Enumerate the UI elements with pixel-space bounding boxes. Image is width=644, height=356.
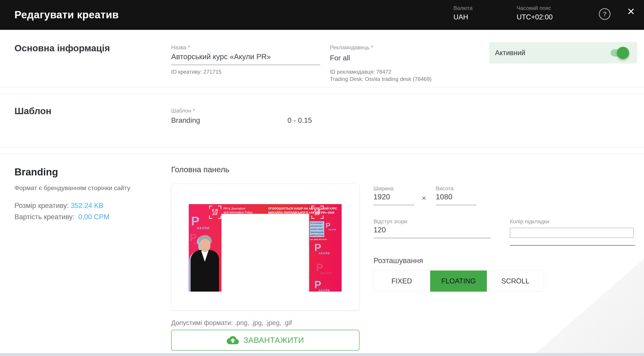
background-watermark [536,259,644,353]
creative-cost-value: 0,00 CPM [78,213,110,221]
toggle-thumb [617,47,629,59]
pr-akuly-logo: PPR АКУЛИ [326,222,339,231]
section-title-basic-info: Основна інформація [14,43,110,54]
active-status-panel: Активний [489,42,637,64]
creative-white-cutout [222,214,309,292]
creative-phone: тел. (097) 002 16 09 [310,238,326,240]
divider [0,154,644,154]
pr-akuly-logo: PPR АКУЛИ [191,215,216,230]
dimension-separator: × [422,194,426,202]
position-segmented-control: FIXED FLOATING SCROLL [373,270,544,292]
creative-size-value: 352.24 KB [71,202,104,210]
creative-cost-row: Вартість креативу: 0,00 CPM [14,213,110,221]
advertiser-label: Рекламодавець * [330,44,373,51]
position-label: Розташування [374,256,423,265]
creative-info-box: PR ТА РЕКЛАМА ЖУРНАЛІСТИКА ІНТЕРНЕТ МАРК… [310,221,324,237]
bg-color-input[interactable] [510,228,634,238]
currency-label: Валюта [454,5,472,11]
timezone-label: Часовий пояс [517,5,551,11]
height-input[interactable] [436,193,476,205]
section-title-branding: Branding [14,166,58,178]
info-item: PR ТА РЕКЛАМА [310,222,324,224]
branding-description: Формат є брендуванням сторінки сайту [14,184,130,192]
position-option-floating[interactable]: FLOATING [430,270,487,292]
currency-value[interactable]: UAH [454,13,468,21]
bg-color-label: Колір підкладки [510,218,550,225]
pr-akuly-logo-ghost: PPR АКУЛИ [316,263,336,275]
creative-brand-line1: PR & Journalism [224,207,253,211]
pr-akuly-logo: PPR АКУЛИ [314,243,334,255]
advertiser-id-text: ID рекламодавця: 78472 Trading Desk: Osv… [330,68,510,83]
frjif-logo: F,RJiF [312,206,324,219]
creative-headline-line2: МИХАЙЛА ПОПЛАВСЬКОГО «АКУЛИ PR»-2026 [268,211,337,215]
active-label: Активний [495,49,525,57]
active-toggle[interactable] [610,49,627,57]
cloud-upload-icon [227,334,239,346]
pr-akuly-logo: PPR АКУЛИ [314,280,334,292]
info-item: SMM МЕНЕДЖМЕНТ [310,231,324,233]
timezone-value[interactable]: UTC+02:00 [517,13,552,21]
position-option-fixed[interactable]: FIXED [373,270,430,292]
creative-preview-image[interactable]: PR & Journalism and Information Policy О… [189,204,342,292]
main-panel-title: Головна панель [171,165,229,174]
creative-brand-text: PR & Journalism and Information Policy [224,207,253,214]
section-title-template: Шаблон [14,106,52,116]
creative-headline: ОГОЛОШУЄТЬСЯ НАБІР НА АВТОРСЬКИЙ КУРС МИ… [268,207,337,215]
trading-desk-line: Trading Desk: Osvita trading desk (78469… [330,76,510,83]
creative-size-label: Розмір креативу: [14,202,69,210]
info-item: ДІДЖИТАЛ ПРОДАКШН [310,234,324,236]
help-icon[interactable]: ? [599,8,610,20]
info-item: ІНТЕРНЕТ МАРКЕТИНГ [310,228,324,230]
upload-button[interactable]: ЗАВАНТАЖИТИ [171,330,360,350]
creative-size-row: Розмір креативу: 352.24 KB [14,202,104,210]
info-item: ЖУРНАЛІСТИКА [310,225,324,227]
man-photo [189,235,220,292]
creative-cost-label: Вартість креативу: [14,213,74,221]
width-input[interactable] [374,193,414,205]
name-input[interactable] [171,53,320,65]
creative-id-text: ID креативу: 271715 [171,68,222,76]
allowed-formats-note: Допустимі формати: .png, .jpg, .jpeg, .g… [171,319,292,327]
creative-brand-line2: and Information Policy [224,211,253,214]
bottom-strip [0,353,644,356]
divider [0,147,644,148]
height-label: Висота [436,185,454,192]
edit-creative-modal: Редагувати креатив Валюта UAH Часовий по… [0,0,644,356]
bg-color-underline [510,245,635,246]
template-range: 0 - 0.15 [288,116,312,125]
width-label: Ширина [374,185,394,192]
name-label: Назва * [171,44,190,51]
advertiser-id-line: ID рекламодавця: 78472 [330,68,510,76]
position-option-scroll[interactable]: SCROLL [487,270,544,292]
offset-top-input[interactable] [374,226,491,238]
offset-top-label: Відступ згори [374,218,407,225]
page-title: Редагувати креатив [14,9,119,21]
upload-button-label: ЗАВАНТАЖИТИ [244,336,304,345]
close-icon[interactable]: × [627,5,635,18]
divider [0,93,644,94]
modal-header: Редагувати креатив Валюта UAH Часовий по… [0,0,644,30]
divider [0,87,644,87]
template-value[interactable]: Branding [171,116,200,125]
template-label: Шаблон * [171,108,195,114]
advertiser-value[interactable]: For all [330,54,350,62]
creative-preview-card: PR & Journalism and Information Policy О… [171,184,360,310]
creative-headline-line1: ОГОЛОШУЄТЬСЯ НАБІР НА АВТОРСЬКИЙ КУРС [268,207,337,211]
